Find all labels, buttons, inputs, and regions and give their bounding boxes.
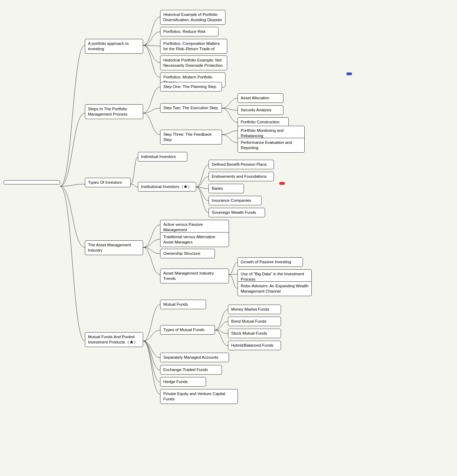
types-mutual-node: Types of Mutual Funds (160, 325, 215, 335)
step-three-node: Step Three: The Feedback Step (160, 130, 222, 145)
connection-steps-process-step-one (143, 87, 160, 113)
connection-root-mutual-funds-pooled (60, 186, 85, 341)
traditional-alt-node: Traditional versus Alternative Asset Man… (160, 232, 229, 247)
connection-institutional-investors-endowments (196, 177, 209, 187)
performance-eval-node: Performance Evaluation and Reporting (238, 138, 305, 153)
connection-types-mutual-money-market (215, 310, 228, 330)
connection-step-two-security-analysis (222, 108, 238, 110)
connection-root-steps-process (60, 113, 85, 186)
money-market-node: Money Market Funds (228, 305, 281, 314)
connection-asset-mgmt-industry-traditional-alt (143, 239, 160, 247)
connection-portfolio-approach-composition (143, 45, 160, 46)
connection-mutual-funds-pooled-separately-managed (143, 341, 160, 358)
step-two-node: Step Two: The Execution Step (160, 103, 222, 113)
connection-mutual-funds-pooled-hedge-funds (143, 341, 160, 382)
connection-step-three-portfolio-monitoring (222, 131, 238, 135)
mutual-funds-node: Mutual Funds (160, 300, 206, 309)
robo-advisers-node: Robo-Advisers: An Expanding Wealth Manag… (238, 281, 312, 296)
asset-mgmt-industry-node: The Asset Management Industry (85, 240, 143, 255)
hist-example-node: Historical Example of Portfolio Diversif… (160, 10, 225, 25)
banks-node: Banks (209, 184, 244, 193)
steps-process-node: Steps In The Portfolio Management Proces… (85, 104, 143, 119)
connection-institutional-investors-banks (196, 187, 209, 189)
private-equity-node: Private Equity and Venture Capital Funds (160, 389, 238, 404)
connection-steps-process-step-two (143, 108, 160, 113)
composition-node: Portfolios: Composition Matters for the … (160, 39, 227, 54)
connection-types-mutual-hybrid-balanced (215, 330, 228, 346)
institutional-investors-node: Institutional Investors（★） (138, 182, 196, 192)
connection-asset-mgmt-industry-ownership-structure (143, 247, 160, 254)
connection-types-mutual-stock-mutual (215, 330, 228, 334)
mindmap-container: A portfolio approach to investingHistori… (0, 0, 457, 476)
connection-portfolio-approach-reduce-risk (143, 32, 160, 45)
portfolio-approach-node: A portfolio approach to investing (85, 39, 143, 54)
connection-portfolio-approach-modern-theory (143, 45, 160, 77)
connection-portfolio-approach-hist-example (143, 17, 160, 45)
stock-mutual-node: Stock Mutual Funds (228, 329, 281, 338)
connection-types-investors-individual-investors (131, 157, 138, 184)
connection-types-mutual-bond-mutual (215, 322, 228, 330)
asset-allocation-node: Asset Allocation (238, 93, 283, 103)
badge-compare (279, 182, 285, 185)
ownership-structure-node: Ownership Structure (160, 249, 215, 258)
hybrid-balanced-node: Hybrid/Balanced Funds (228, 341, 281, 350)
sovereign-node: Sovereign Wealth Funds (209, 208, 265, 217)
connection-asset-mgmt-trends-big-data (229, 274, 238, 275)
reduce-risk-node: Portfolios: Reduce Risk (160, 27, 218, 36)
root-node (4, 180, 60, 184)
connection-root-portfolio-approach (60, 45, 85, 186)
hedge-funds-node: Hedge Funds (160, 377, 206, 387)
connection-mutual-funds-pooled-etf (143, 341, 160, 370)
mutual-funds-pooled-node: Mutual Funds And Pooled Investment Produ… (85, 332, 143, 347)
connection-types-investors-institutional-investors (131, 184, 138, 187)
endowments-node: Endowments and Foundations (209, 172, 274, 181)
defined-benefit-node: Defined Benefit Pension Plans (209, 160, 274, 169)
connection-step-three-performance-eval (222, 135, 238, 143)
connection-asset-mgmt-industry-active-passive (143, 225, 160, 247)
connection-mutual-funds-pooled-types-mutual (143, 330, 160, 341)
connection-mutual-funds-pooled-private-equity (143, 341, 160, 394)
etf-node: Exchange-Traded Funds (160, 365, 222, 375)
connection-steps-process-step-three (143, 113, 160, 135)
connection-asset-mgmt-industry-asset-mgmt-trends (143, 247, 160, 275)
growth-passive-node: Growth of Passive Investing (238, 257, 303, 267)
connection-mutual-funds-pooled-mutual-funds (143, 305, 160, 341)
hist-portfolio-node: Historical Portfolio Example: Not Necess… (160, 55, 227, 70)
security-analysis-node: Security Analysis (238, 105, 283, 115)
connection-asset-mgmt-trends-growth-passive (229, 262, 238, 275)
connection-step-two-portfolio-construction (222, 108, 238, 122)
asset-mgmt-trends-node: Asset Management Industry Trends (160, 269, 229, 283)
connection-asset-mgmt-trends-robo-advisers (229, 275, 238, 288)
connection-institutional-investors-defined-benefit (196, 165, 209, 187)
individual-investors-node: Individual Investors (138, 152, 187, 161)
connection-step-two-asset-allocation (222, 98, 238, 108)
connection-institutional-investors-sovereign (196, 187, 209, 213)
separately-managed-node: Separately Managed Accounts (160, 353, 229, 362)
insurance-node: Insurance Companies (209, 196, 262, 205)
connection-institutional-investors-insurance (196, 187, 209, 201)
step-one-node: Step One: The Planning Step (160, 82, 222, 92)
connection-root-asset-mgmt-industry (60, 186, 85, 247)
portfolio-construction-node: Portfolio Construction (238, 117, 289, 127)
connection-root-types-investors (60, 184, 85, 186)
bond-mutual-node: Bond Mutual Funds (228, 317, 281, 326)
badge-concept (346, 72, 352, 75)
connection-portfolio-approach-hist-portfolio (143, 45, 160, 63)
types-investors-node: Types Of Investors (85, 178, 131, 187)
